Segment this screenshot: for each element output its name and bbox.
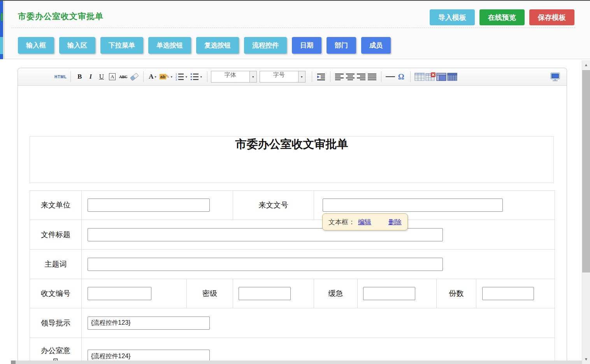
bold-icon[interactable]: B bbox=[74, 71, 85, 83]
table-properties-icon[interactable] bbox=[447, 71, 458, 83]
office-opinion-label: 办公室意见 bbox=[30, 338, 82, 361]
font-size-select[interactable]: 字号 ▾ bbox=[260, 71, 306, 83]
svg-text:2: 2 bbox=[176, 76, 177, 78]
toolbar-separator bbox=[410, 71, 411, 82]
table-row: 领导批示 bbox=[30, 308, 555, 338]
scroll-up-arrow-icon[interactable]: ▲ bbox=[582, 63, 590, 67]
remove-format-eraser-icon[interactable] bbox=[129, 71, 140, 83]
horizontal-rule-icon[interactable] bbox=[385, 71, 396, 83]
add-date-button[interactable]: 日期 bbox=[292, 37, 321, 54]
delete-table-icon[interactable] bbox=[425, 71, 436, 83]
strikethrough-icon[interactable]: ABC bbox=[118, 71, 129, 83]
background-window-button-fragment bbox=[0, 37, 3, 54]
table-row: 办公室意见 bbox=[30, 338, 555, 361]
incoming-doc-number-input[interactable] bbox=[323, 199, 503, 212]
align-justify-icon[interactable] bbox=[367, 71, 378, 83]
scroll-down-arrow-icon[interactable]: ▼ bbox=[582, 357, 590, 361]
table-row: 来文单位 来文文号 bbox=[30, 191, 555, 220]
bottom-edge-fragment bbox=[11, 360, 16, 364]
add-flow-control-button[interactable]: 流程控件 bbox=[244, 37, 287, 54]
toolbar-separator bbox=[143, 71, 144, 82]
add-textarea-button[interactable]: 输入区 bbox=[59, 37, 95, 54]
incoming-unit-input[interactable] bbox=[88, 199, 210, 212]
special-character-icon[interactable]: Ω bbox=[396, 71, 407, 83]
approval-form-table: 来文单位 来文文号 文件标题 主题词 收文编号 密级 缓急 份数 bbox=[30, 190, 555, 360]
align-right-icon[interactable] bbox=[356, 71, 367, 83]
background-window-fragment bbox=[1, 13, 3, 21]
toolbar-separator bbox=[70, 71, 71, 82]
insert-table-icon[interactable] bbox=[414, 71, 425, 83]
font-family-select[interactable]: 字体 ▾ bbox=[211, 71, 257, 83]
bottom-horizontal-scrollbar[interactable] bbox=[16, 360, 582, 364]
copies-label: 份数 bbox=[437, 279, 476, 308]
html-source-icon[interactable]: HTML bbox=[54, 71, 67, 83]
toolbar-separator bbox=[312, 71, 312, 82]
table-row: 收文编号 密级 缓急 份数 bbox=[30, 279, 555, 308]
add-member-button[interactable]: 成员 bbox=[361, 37, 391, 54]
ordered-list-icon[interactable]: 1 2 3 ▾ bbox=[174, 71, 189, 83]
add-dropdown-button[interactable]: 下拉菜单 bbox=[100, 37, 143, 54]
toolbar-separator bbox=[330, 71, 330, 82]
copies-input[interactable] bbox=[482, 287, 534, 300]
subject-words-input[interactable] bbox=[88, 258, 443, 271]
rich-text-editor: HTML B I U A ABC A ▾ ab bbox=[18, 68, 567, 360]
editor-toolbar: HTML B I U A ABC A ▾ ab bbox=[18, 68, 567, 86]
template-actions: 导入模板 在线预览 保存模板 bbox=[430, 9, 574, 25]
underline-icon[interactable]: U bbox=[96, 71, 107, 83]
align-left-icon[interactable] bbox=[334, 71, 345, 83]
textbox-control-tooltip: 文本框： 编辑 删除 bbox=[322, 213, 408, 230]
import-template-button[interactable]: 导入模板 bbox=[430, 9, 475, 25]
align-center-icon[interactable] bbox=[345, 71, 356, 83]
chevron-down-icon: ▾ bbox=[249, 71, 256, 82]
secrecy-level-input[interactable] bbox=[239, 287, 291, 300]
add-input-box-button[interactable]: 输入框 bbox=[18, 37, 54, 54]
table-row: 主题词 bbox=[30, 250, 555, 279]
secrecy-level-label: 密级 bbox=[187, 279, 233, 308]
fullscreen-monitor-icon[interactable] bbox=[550, 71, 560, 83]
table-row: 文件标题 bbox=[30, 220, 555, 250]
add-checkbox-button[interactable]: 复选按钮 bbox=[196, 37, 239, 54]
scrollbar-thumb[interactable] bbox=[582, 70, 590, 273]
subject-words-label: 主题词 bbox=[30, 250, 82, 279]
urgency-input[interactable] bbox=[363, 287, 415, 300]
font-border-icon[interactable]: A bbox=[107, 71, 118, 83]
component-palette: 输入框 输入区 下拉菜单 单选按钮 复选按钮 流程控件 日期 部门 成员 bbox=[18, 37, 391, 54]
edit-control-link[interactable]: 编辑 bbox=[358, 218, 371, 227]
highlight-color-icon[interactable]: ab ✎ ▾ bbox=[158, 71, 174, 83]
page-header: 市委办公室收文审批单 导入模板 在线预览 保存模板 输入框 输入区 下拉菜单 单… bbox=[4, 1, 590, 59]
toolbar-separator bbox=[207, 71, 207, 82]
page-title: 市委办公室收文审批单 bbox=[18, 11, 104, 22]
tooltip-label: 文本框： bbox=[328, 218, 355, 227]
screen: 市委办公室收文审批单 导入模板 在线预览 保存模板 输入框 输入区 下拉菜单 单… bbox=[0, 0, 590, 364]
add-radio-button[interactable]: 单选按钮 bbox=[148, 37, 191, 54]
table-cell-properties-icon[interactable] bbox=[436, 71, 447, 83]
file-title-label: 文件标题 bbox=[30, 220, 82, 250]
bullet-list-icon[interactable]: ▾ bbox=[189, 71, 204, 83]
indent-icon[interactable] bbox=[316, 71, 327, 83]
font-color-icon[interactable]: A ▾ bbox=[147, 71, 158, 83]
save-template-button[interactable]: 保存模板 bbox=[529, 9, 574, 25]
receipt-number-input[interactable] bbox=[88, 287, 151, 300]
urgency-label: 缓急 bbox=[314, 279, 358, 308]
background-window-strip bbox=[0, 1, 3, 59]
svg-text:3: 3 bbox=[176, 78, 177, 81]
window-top-edge bbox=[0, 0, 590, 1]
leader-comments-label: 领导批示 bbox=[30, 308, 82, 338]
toolbar-separator bbox=[381, 71, 381, 82]
delete-control-link[interactable]: 删除 bbox=[388, 218, 402, 227]
header-divider bbox=[11, 28, 575, 28]
incoming-unit-label: 来文单位 bbox=[30, 191, 82, 220]
leader-comments-input[interactable] bbox=[88, 317, 210, 330]
italic-icon[interactable]: I bbox=[85, 71, 96, 83]
incoming-doc-number-label: 来文文号 bbox=[233, 191, 314, 220]
add-department-button[interactable]: 部门 bbox=[327, 37, 356, 54]
form-title: 市委办公室收文审批单 bbox=[30, 136, 554, 183]
vertical-scrollbar[interactable]: ▲ ▼ bbox=[582, 60, 590, 364]
online-preview-button[interactable]: 在线预览 bbox=[479, 9, 525, 25]
office-opinion-input[interactable] bbox=[88, 350, 210, 360]
chevron-down-icon: ▾ bbox=[298, 71, 305, 82]
receipt-number-label: 收文编号 bbox=[30, 279, 82, 308]
svg-text:1: 1 bbox=[176, 73, 177, 76]
